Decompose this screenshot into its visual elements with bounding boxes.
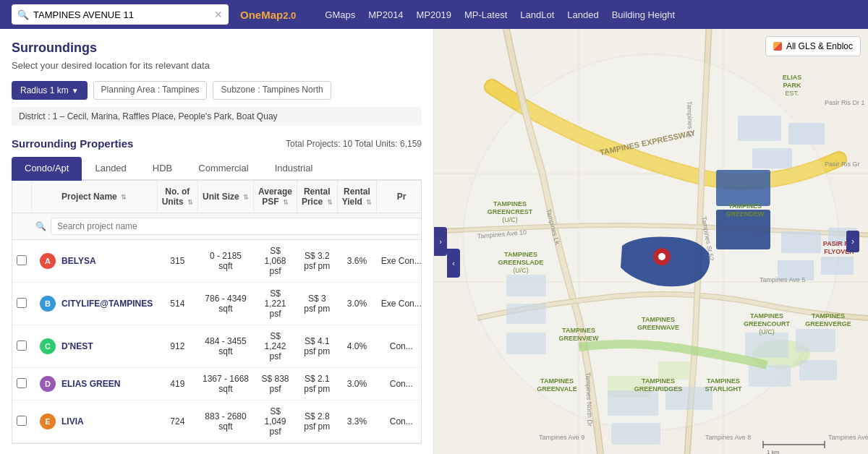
section-subtitle: Select your desired location for its rel… <box>12 60 422 71</box>
row-checkbox[interactable] <box>17 255 27 265</box>
radius-filter[interactable]: Radius 1 km ▼ <box>12 81 88 100</box>
nav-mp2019[interactable]: MP2019 <box>417 9 451 20</box>
table-row: C D'NEST 912 484 - 3455 sqft S$ 1,242 ps… <box>12 325 422 368</box>
clear-icon[interactable]: ✕ <box>214 9 223 20</box>
svg-text:GREENWAVE: GREENWAVE <box>637 324 679 331</box>
table-row: A BELYSA 315 0 - 2185 sqft S$ 1,068 psf … <box>12 240 422 283</box>
nav-mp2014[interactable]: MP2014 <box>368 9 403 20</box>
row-rental-price: S$ 4.1 psf pm <box>297 325 337 368</box>
header-avg-psf[interactable]: AveragePSF ⇅ <box>254 181 297 213</box>
nav-gmaps[interactable]: GMaps <box>325 9 355 20</box>
svg-point-30 <box>658 253 665 260</box>
project-badge: C <box>40 338 56 354</box>
header-pr[interactable]: Pr <box>377 181 422 213</box>
top-navigation: 🔍 ✕ OneMap2.0 GMaps MP2014 MP2019 MP-Lat… <box>0 0 868 29</box>
row-project-name: A BELYSA <box>31 240 157 283</box>
row-checkbox[interactable] <box>17 416 27 426</box>
svg-text:GREENSLADE: GREENSLADE <box>498 259 544 266</box>
svg-text:EST.: EST. <box>785 90 799 97</box>
row-checkbox-cell <box>12 325 31 368</box>
row-rental-price: S$ 2.1 psf pm <box>297 368 337 401</box>
svg-text:TAMPINES: TAMPINES <box>707 377 740 385</box>
row-units: 419 <box>157 368 197 401</box>
collapse-left-button[interactable]: › <box>434 227 447 256</box>
properties-table: Project Name ⇅ No. ofUnits ⇅ Unit Size ⇅… <box>12 181 422 443</box>
map-svg: TAMPINES EXPRESSWAY <box>434 29 868 454</box>
row-rental-price: S$ 3 psf pm <box>297 283 337 325</box>
row-avg-psf: S$ 1,049 psf <box>254 401 297 443</box>
nav-logo: OneMap2.0 <box>240 9 296 21</box>
planning-area-filter[interactable]: Planning Area : Tampines <box>93 81 208 100</box>
svg-text:TAMPINES: TAMPINES <box>493 200 527 207</box>
search-bar[interactable]: 🔍 ✕ <box>12 4 229 25</box>
svg-text:Tampines Ave 12: Tampines Ave 12 <box>828 434 868 441</box>
nav-links: GMaps MP2014 MP2019 MP-Latest LandLot La… <box>325 9 675 20</box>
svg-text:Tampines Lk: Tampines Lk <box>686 101 694 138</box>
row-unit-size: 0 - 2185 sqft <box>198 240 254 283</box>
svg-text:TAMPINES: TAMPINES <box>750 312 783 320</box>
properties-total: Total Projects: 10 Total Units: 6,159 <box>286 139 422 149</box>
svg-text:1 km: 1 km <box>767 449 780 454</box>
subzone-filter[interactable]: Subzone : Tampines North <box>213 81 331 100</box>
header-unit-size[interactable]: Unit Size ⇅ <box>198 181 254 213</box>
tab-landed[interactable]: Landed <box>82 157 139 181</box>
row-project-name: C D'NEST <box>31 325 157 368</box>
svg-text:TAMPINES: TAMPINES <box>562 327 595 334</box>
svg-text:GREENVALE: GREENVALE <box>537 385 576 393</box>
svg-rect-12 <box>752 148 792 168</box>
project-badge: B <box>40 296 56 312</box>
row-unit-size: 1367 - 1668 sqft <box>198 368 254 401</box>
svg-rect-11 <box>788 123 825 145</box>
svg-text:Tampines Ave 8: Tampines Ave 8 <box>705 434 751 441</box>
nav-landed[interactable]: Landed <box>567 9 598 20</box>
table-body: A BELYSA 315 0 - 2185 sqft S$ 1,068 psf … <box>12 240 422 443</box>
row-rental-yield: 3.0% <box>337 283 377 325</box>
svg-rect-23 <box>611 423 660 445</box>
map-nav-right[interactable]: › <box>846 231 859 252</box>
header-rental-yield[interactable]: RentalYield ⇅ <box>337 181 377 213</box>
header-units[interactable]: No. ofUnits ⇅ <box>157 181 197 213</box>
gls-enbloc-button[interactable]: All GLS & Enbloc <box>765 36 861 56</box>
row-checkbox[interactable] <box>17 378 27 388</box>
row-units: 315 <box>157 240 197 283</box>
tab-hdb[interactable]: HDB <box>140 157 185 181</box>
left-panel: Surroundings Select your desired locatio… <box>0 29 434 454</box>
svg-text:(U/C): (U/C) <box>759 328 775 335</box>
svg-text:Tampines Ave 9: Tampines Ave 9 <box>539 434 584 441</box>
svg-rect-10 <box>738 116 781 141</box>
nav-mp-latest[interactable]: MP-Latest <box>464 9 507 20</box>
svg-text:STARLIGHT: STARLIGHT <box>705 385 742 393</box>
svg-rect-20 <box>799 360 837 380</box>
nav-landlot[interactable]: LandLot <box>520 9 554 20</box>
row-tenure: Exe Con... <box>377 240 422 283</box>
search-input[interactable] <box>33 9 211 20</box>
header-project-name[interactable]: Project Name ⇅ <box>31 181 157 213</box>
svg-text:TAMPINES: TAMPINES <box>812 312 845 320</box>
header-rental-price[interactable]: RentalPrice ⇅ <box>297 181 337 213</box>
row-avg-psf: S$ 1,068 psf <box>254 240 297 283</box>
svg-text:GREENRIDGES: GREENRIDGES <box>634 385 683 393</box>
row-checkbox[interactable] <box>17 340 27 351</box>
svg-rect-24 <box>506 275 546 296</box>
tab-commercial[interactable]: Commercial <box>185 157 261 181</box>
expand-right-button[interactable]: ‹ <box>447 249 460 278</box>
tab-industrial[interactable]: Industrial <box>262 157 326 181</box>
svg-text:TAMPINES: TAMPINES <box>504 251 537 258</box>
chevron-down-icon: ▼ <box>72 87 79 95</box>
row-checkbox[interactable] <box>17 298 27 308</box>
row-checkbox-cell <box>12 283 31 325</box>
row-rental-price: S$ 3.2 psf pm <box>297 240 337 283</box>
header-checkbox <box>12 181 31 213</box>
row-checkbox-cell <box>12 240 31 283</box>
table-search-input[interactable] <box>51 218 422 235</box>
svg-rect-27 <box>716 170 770 206</box>
row-project-name: B CITYLIFE@TAMPINES <box>31 283 157 325</box>
svg-text:ELIAS: ELIAS <box>783 74 802 81</box>
svg-text:PARK: PARK <box>783 82 801 89</box>
nav-building-height[interactable]: Building Height <box>612 9 675 20</box>
sort-icon: ⇅ <box>327 199 333 206</box>
row-rental-price: S$ 2.8 psf pm <box>297 401 337 443</box>
tab-condo-apt[interactable]: Condo/Apt <box>12 157 82 181</box>
sort-icon: ⇅ <box>243 194 249 201</box>
svg-text:(U/C): (U/C) <box>513 267 529 274</box>
